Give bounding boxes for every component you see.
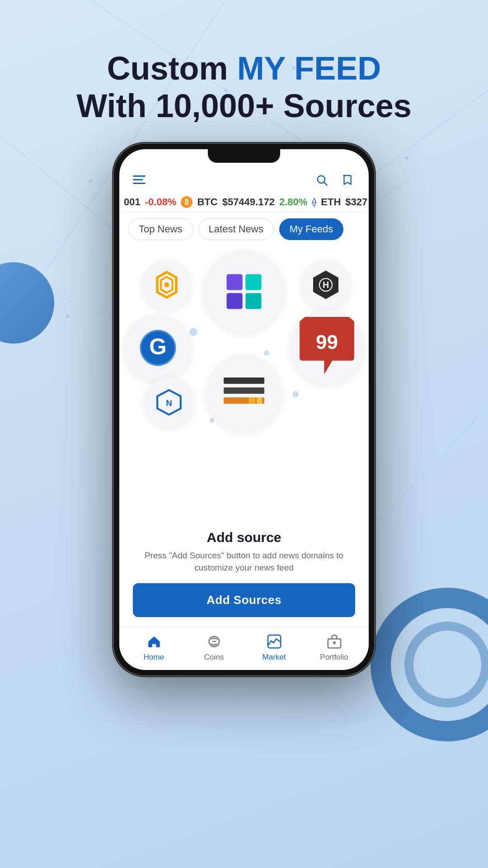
svg-rect-21 [227,274,243,290]
phone-outer: 001 -0.08% ₿ BTC $57449.172 2.80% ⟠ ETH … [113,143,375,676]
nav-home-label: Home [144,653,164,662]
ticker-bar: 001 -0.08% ₿ BTC $57449.172 2.80% ⟠ ETH … [119,193,369,212]
dot-decoration [189,328,197,336]
svg-rect-34 [224,387,264,394]
ticker-btc-change: 2.80% [279,196,307,208]
source-bubble-gcoin: G [124,314,192,382]
source-bubble-blockfolio [203,251,285,332]
svg-point-20 [164,282,169,287]
tab-top-news[interactable]: Top News [128,218,193,240]
header-icons [314,172,355,188]
header-line2: With 10,000+ Sources [76,88,412,124]
nav-home[interactable]: Home [124,633,184,662]
source-bubble-nexo: N [144,377,194,427]
nav-portfolio[interactable]: Portfolio [304,633,364,662]
add-source-section: Add source Press "Add Sources" button to… [119,521,369,626]
eth-symbol: ⟠ [312,197,316,208]
add-sources-button[interactable]: Add Sources [133,583,355,617]
dot-decoration [292,391,299,397]
svg-text:N: N [166,398,172,408]
ticker-eth-label: ETH [321,196,341,208]
ticker-btc-label: BTC [197,196,217,208]
tab-my-feeds[interactable]: My Feeds [279,218,344,240]
phone-screen: 001 -0.08% ₿ BTC $57449.172 2.80% ⟠ ETH … [119,149,369,670]
ticker-eth-price: $327 [345,196,367,208]
ticker-item1-change: -0.08% [145,196,177,208]
phone-notch [208,149,280,163]
header-title: Custom MY FEED With 10,000+ Sources [0,50,488,125]
home-icon [145,633,163,650]
dot-decoration [264,350,269,356]
bookmark-icon[interactable] [339,172,355,188]
svg-rect-37 [257,397,262,404]
btc-icon: ₿ [181,196,192,208]
add-source-title: Add source [133,530,355,545]
header-line1-prefix: Custom [107,50,237,86]
header-area: Custom MY FEED With 10,000+ Sources [0,0,488,143]
svg-line-17 [324,182,327,185]
svg-rect-23 [245,274,261,290]
nav-market[interactable]: Market [244,633,304,662]
header-line1-highlight: MY FEED [237,50,381,86]
phone-mockup: 001 -0.08% ₿ BTC $57449.172 2.80% ⟠ ETH … [0,143,488,676]
source-bubble-multiline [206,355,282,432]
bottom-nav: Home Coins [119,626,369,670]
portfolio-icon [326,633,343,650]
nav-coins[interactable]: Coins [184,633,244,662]
svg-rect-22 [227,293,243,309]
svg-text:G: G [149,334,166,359]
dot-decoration [210,418,214,423]
nav-portfolio-label: Portfolio [320,653,348,662]
svg-rect-33 [224,377,264,384]
market-icon [266,633,283,650]
nav-coins-label: Coins [204,653,224,662]
tab-bar: Top News Latest News My Feeds [119,212,369,246]
svg-rect-36 [249,397,255,404]
menu-hamburger[interactable] [133,175,145,184]
coins-icon [206,633,223,650]
search-icon[interactable] [314,172,330,188]
add-source-desc: Press "Add Sources" button to add news d… [133,550,355,574]
source-bubble-hd: H [301,260,351,310]
ticker-btc-price: $57449.172 [222,196,275,208]
source-bubble-chainlink [142,260,192,310]
bubbles-area: H G [119,246,369,521]
svg-text:H: H [323,280,329,290]
tab-latest-news[interactable]: Latest News [198,218,274,240]
ticker-item1-symbol: 001 [124,196,141,208]
nav-market-label: Market [263,653,286,662]
source-bubble-99bitcoins: 99 [290,310,364,384]
svg-rect-24 [245,293,261,309]
